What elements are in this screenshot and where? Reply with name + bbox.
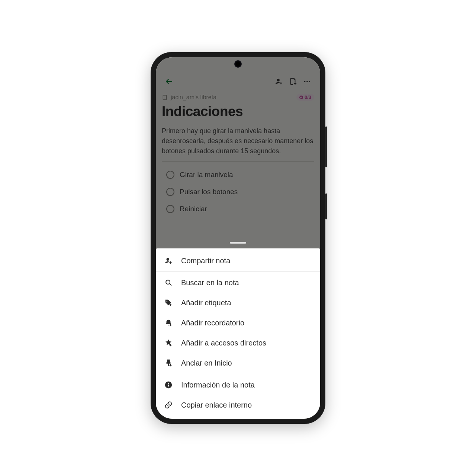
info-icon — [164, 380, 173, 389]
star-add-icon — [164, 338, 173, 347]
svg-point-9 — [168, 383, 169, 384]
bell-add-icon — [164, 318, 173, 327]
menu-item-label: Añadir recordatorio — [181, 319, 244, 327]
phone-screen: jacin_am's libreta 0/3 Indicaciones Prim… — [156, 57, 320, 419]
menu-item-label: Buscar en la nota — [181, 279, 239, 287]
menu-item-label: Compartir nota — [181, 257, 230, 265]
menu-add-tag[interactable]: Añadir etiqueta — [156, 293, 320, 313]
svg-line-6 — [170, 284, 171, 286]
menu-copy-link[interactable]: Copiar enlace interno — [156, 395, 320, 415]
phone-frame: jacin_am's libreta 0/3 Indicaciones Prim… — [151, 52, 325, 424]
tag-add-icon — [164, 298, 173, 307]
phone-side-button — [325, 126, 327, 167]
search-icon — [164, 278, 173, 287]
menu-item-label: Copiar enlace interno — [181, 401, 252, 409]
menu-note-info[interactable]: Información de la nota — [156, 375, 320, 395]
link-icon — [164, 401, 173, 409]
menu-item-label: Anclar en Inicio — [181, 359, 232, 367]
svg-rect-10 — [168, 385, 169, 387]
menu-search-note[interactable]: Buscar en la nota — [156, 273, 320, 293]
phone-side-button — [325, 193, 327, 219]
pin-add-icon — [164, 358, 173, 367]
menu-add-shortcut[interactable]: Añadir a accesos directos — [156, 333, 320, 353]
menu-item-label: Información de la nota — [181, 381, 255, 389]
bottom-sheet: Compartir nota Buscar en la nota Añadir … — [156, 248, 320, 419]
menu-separator — [156, 271, 320, 272]
svg-point-7 — [167, 301, 168, 302]
sheet-handle[interactable] — [156, 242, 320, 244]
menu-item-label: Añadir etiqueta — [181, 299, 231, 307]
menu-add-reminder[interactable]: Añadir recordatorio — [156, 313, 320, 333]
menu-share-note[interactable]: Compartir nota — [156, 251, 320, 271]
menu-item-label: Añadir a accesos directos — [181, 339, 266, 347]
menu-separator — [156, 374, 320, 374]
person-add-icon — [164, 256, 173, 265]
menu-pin-home[interactable]: Anclar en Inicio — [156, 353, 320, 373]
